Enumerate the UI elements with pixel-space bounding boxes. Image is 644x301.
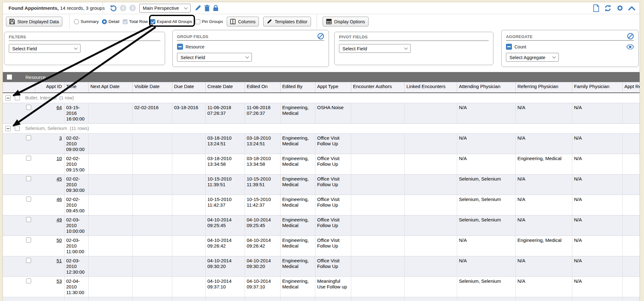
- total-row-checkbox[interactable]: [123, 19, 128, 24]
- group-field-select[interactable]: Select Field: [177, 53, 252, 62]
- perspective-select[interactable]: Main Perspective: [139, 4, 191, 13]
- group-collapse-toggle[interactable]: [5, 126, 11, 131]
- cell-edited_on: 11-06-2018 07:26:37: [245, 103, 280, 123]
- header-row: Appt IDTimeNext Apt DateVisible DateDue …: [3, 82, 640, 93]
- pin-groups-option[interactable]: Pin Groups: [195, 19, 223, 24]
- columns-button[interactable]: Columns: [227, 17, 259, 26]
- column-header[interactable]: Linked Encounters: [404, 82, 457, 93]
- total-row-option[interactable]: Total Row: [123, 19, 148, 24]
- row-select-cell: [3, 276, 35, 297]
- row-checkbox[interactable]: [26, 135, 31, 140]
- appt-id-link[interactable]: 64: [57, 105, 62, 110]
- row-select-cell: [3, 195, 35, 215]
- appt-id-link[interactable]: 3: [59, 135, 62, 141]
- expand-all-groups-checkbox[interactable]: [150, 19, 155, 24]
- column-header[interactable]: Attending Physician: [457, 82, 515, 93]
- column-header[interactable]: Create Date: [205, 82, 245, 93]
- column-header[interactable]: Appt Type: [315, 82, 351, 93]
- column-header[interactable]: Appt Re: [622, 82, 640, 93]
- expand-all-groups-option[interactable]: Expand All Groups: [150, 19, 192, 24]
- collapse-panel-icon[interactable]: [628, 6, 635, 10]
- undo-icon[interactable]: [110, 4, 117, 12]
- templates-editor-button[interactable]: Templates Editor: [263, 17, 311, 26]
- cell-linked_encounters: [404, 103, 457, 123]
- row-checkbox[interactable]: [26, 105, 31, 110]
- summary-radio-option[interactable]: Summary: [74, 19, 99, 24]
- clear-aggregate-icon[interactable]: [627, 33, 634, 40]
- detail-radio[interactable]: [102, 19, 107, 24]
- cell-encounter_authors: [351, 256, 404, 276]
- row-checkbox[interactable]: [26, 197, 31, 202]
- detail-radio-option[interactable]: Detail: [102, 19, 119, 24]
- column-header[interactable]: Next Apt Date: [88, 82, 132, 93]
- cell-encounter_authors: [351, 236, 404, 256]
- column-header[interactable]: Referring Physician: [515, 82, 572, 93]
- group-collapse-toggle[interactable]: [5, 95, 11, 101]
- new-document-icon[interactable]: [593, 4, 599, 12]
- expand-all-groups-label: Expand All Groups: [157, 19, 192, 24]
- delete-perspective-icon[interactable]: [204, 5, 210, 11]
- column-header[interactable]: Time: [64, 82, 88, 93]
- prev-perspective-icon[interactable]: [120, 5, 126, 11]
- row-checkbox[interactable]: [26, 258, 31, 263]
- cell-edited_by: Engineering, Medical: [280, 215, 315, 236]
- pivot-field-select[interactable]: Select Field: [339, 44, 411, 53]
- group-checkbox[interactable]: [15, 95, 20, 100]
- row-checkbox[interactable]: [26, 237, 31, 242]
- display-options-button[interactable]: Display Options: [323, 17, 369, 26]
- next-perspective-icon[interactable]: [129, 5, 136, 11]
- column-header[interactable]: Family Physician: [572, 82, 622, 93]
- column-header[interactable]: Edited By: [280, 82, 315, 93]
- filters-field-select[interactable]: Select Field: [9, 44, 80, 53]
- column-header[interactable]: Visible Date: [132, 82, 172, 93]
- appt-id-cell: 10: [35, 154, 64, 174]
- row-checkbox[interactable]: [26, 156, 31, 161]
- column-header[interactable]: Edited On: [245, 82, 280, 93]
- cell-encounter_authors: [351, 133, 404, 154]
- select-all-checkbox[interactable]: [7, 75, 12, 80]
- appt-id-link[interactable]: 53: [57, 278, 62, 284]
- appt-id-link[interactable]: 10: [57, 156, 62, 161]
- row-checkbox[interactable]: [26, 176, 31, 181]
- edit-perspective-icon[interactable]: [195, 5, 201, 11]
- cell-visible_date: [132, 256, 172, 276]
- remove-aggregate-icon[interactable]: [506, 44, 512, 50]
- remove-group-field-icon[interactable]: [177, 44, 183, 50]
- store-displayed-data-button[interactable]: Store Displayed Data: [6, 17, 62, 26]
- column-header[interactable]: Encounter Authors: [351, 82, 404, 93]
- cell-referring: N/A: [515, 133, 572, 154]
- cell-appt-re: [622, 256, 640, 276]
- cell-attending: N/A: [457, 133, 515, 154]
- lock-perspective-icon[interactable]: [213, 5, 219, 11]
- column-header[interactable]: Due Date: [172, 82, 205, 93]
- pivot-fields-title: PIVOT FIELDS: [339, 35, 368, 39]
- group-checkbox[interactable]: [15, 126, 20, 131]
- pivot-fields-panel: PIVOT FIELDS Select Field: [334, 32, 493, 65]
- summary-radio[interactable]: [74, 19, 79, 24]
- refresh-icon[interactable]: [604, 4, 612, 12]
- cell-family: N/A: [572, 256, 622, 276]
- cell-attending: Selenium, Selenium: [457, 195, 515, 215]
- row-checkbox[interactable]: [26, 217, 31, 222]
- settings-gear-icon[interactable]: [616, 4, 624, 12]
- visibility-eye-icon[interactable]: [626, 44, 634, 49]
- pin-groups-checkbox[interactable]: [195, 19, 200, 24]
- appt-id-link[interactable]: 45: [57, 176, 62, 181]
- appt-id-cell: 51: [35, 256, 64, 276]
- appt-id-link[interactable]: 49: [57, 217, 62, 222]
- appt-id-link[interactable]: 46: [57, 197, 62, 202]
- cell-create_date: 10-15-2010 11:42:37: [205, 195, 245, 215]
- cell-create_date: 04-10-2014 09:37:10: [205, 276, 245, 297]
- cell-linked_encounters: [404, 236, 457, 256]
- cell-appt-re: [622, 174, 640, 195]
- appt-id-link[interactable]: 51: [57, 258, 62, 263]
- cell-family: N/A: [572, 174, 622, 195]
- clear-group-fields-icon[interactable]: [317, 33, 324, 40]
- appointments-table: Appt IDTimeNext Apt DateVisible DateDue …: [3, 82, 640, 301]
- column-header[interactable]: Appt ID: [35, 82, 64, 93]
- row-checkbox[interactable]: [26, 278, 31, 283]
- cell-referring: N/A: [515, 256, 572, 276]
- appt-id-link[interactable]: 50: [57, 237, 62, 243]
- aggregate-select[interactable]: Select Aggregate: [506, 53, 559, 62]
- appt-id-cell: 46: [35, 195, 64, 215]
